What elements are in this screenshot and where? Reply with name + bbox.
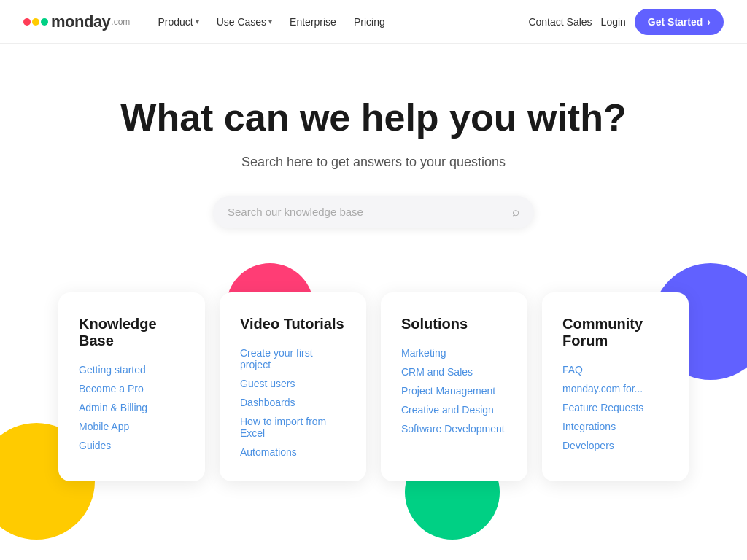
nav-pricing[interactable]: Pricing <box>347 12 392 32</box>
nav-right: Contact Sales Login Get Started › <box>528 9 724 35</box>
nav-product[interactable]: Product ▾ <box>150 12 206 32</box>
nav-links: Product ▾ Use Cases ▾ Enterprise Pricing <box>150 12 528 32</box>
card-1-link-2[interactable]: Dashboards <box>240 397 346 408</box>
login-link[interactable]: Login <box>601 16 626 28</box>
nav-use-cases[interactable]: Use Cases ▾ <box>209 12 279 32</box>
arrow-icon: › <box>707 16 711 28</box>
card-3: Community ForumFAQmonday.com for...Featu… <box>542 292 689 481</box>
logo[interactable]: monday.com <box>23 12 130 31</box>
card-3-links: FAQmonday.com for...Feature RequestsInte… <box>562 364 668 451</box>
card-0-link-1[interactable]: Become a Pro <box>79 383 185 394</box>
contact-sales-link[interactable]: Contact Sales <box>528 16 592 28</box>
chevron-down-icon: ▾ <box>268 18 272 26</box>
card-0-link-3[interactable]: Mobile App <box>79 421 185 432</box>
search-box: ⌕ <box>213 196 534 228</box>
hero-title: What can we help you with? <box>23 96 724 140</box>
get-started-button[interactable]: Get Started › <box>635 9 724 35</box>
logo-dot-green <box>41 18 48 26</box>
logo-dot-red <box>23 18 31 26</box>
chevron-down-icon: ▾ <box>196 18 199 26</box>
card-2-link-2[interactable]: Project Management <box>401 385 507 397</box>
logo-com: .com <box>111 17 130 27</box>
card-0-title: Knowledge Base <box>79 316 185 349</box>
card-0: Knowledge BaseGetting startedBecome a Pr… <box>58 292 205 481</box>
card-2-link-3[interactable]: Creative and Design <box>401 404 507 416</box>
card-2-link-1[interactable]: CRM and Sales <box>401 366 507 378</box>
card-3-link-2[interactable]: Feature Requests <box>562 402 668 413</box>
search-wrapper: ⌕ <box>23 196 724 228</box>
card-0-link-0[interactable]: Getting started <box>79 364 185 376</box>
search-input[interactable] <box>228 206 512 218</box>
navbar: monday.com Product ▾ Use Cases ▾ Enterpr… <box>0 0 747 44</box>
card-1-links: Create your first projectGuest usersDash… <box>240 347 346 458</box>
card-0-links: Getting startedBecome a ProAdmin & Billi… <box>79 364 185 451</box>
search-icon: ⌕ <box>512 205 519 219</box>
card-1-title: Video Tutorials <box>240 316 346 332</box>
card-1-link-3[interactable]: How to import from Excel <box>240 416 346 439</box>
card-2-links: MarketingCRM and SalesProject Management… <box>401 347 507 435</box>
card-1: Video TutorialsCreate your first project… <box>220 292 366 481</box>
nav-enterprise[interactable]: Enterprise <box>282 12 344 32</box>
card-2-link-0[interactable]: Marketing <box>401 347 507 359</box>
card-3-link-4[interactable]: Developers <box>562 440 668 451</box>
card-3-link-3[interactable]: Integrations <box>562 421 668 432</box>
hero-section: What can we help you with? Search here t… <box>0 44 747 263</box>
hero-subtitle: Search here to get answers to your quest… <box>23 155 724 170</box>
card-0-link-2[interactable]: Admin & Billing <box>79 402 185 413</box>
card-2: SolutionsMarketingCRM and SalesProject M… <box>381 292 527 481</box>
logo-dot-yellow <box>32 18 39 26</box>
card-1-link-1[interactable]: Guest users <box>240 378 346 389</box>
card-2-title: Solutions <box>401 316 507 332</box>
card-3-link-1[interactable]: monday.com for... <box>562 383 668 394</box>
card-2-link-4[interactable]: Software Development <box>401 423 507 435</box>
card-0-link-4[interactable]: Guides <box>79 440 185 451</box>
card-3-title: Community Forum <box>562 316 668 349</box>
logo-name: monday <box>51 12 110 31</box>
cards-section: Knowledge BaseGetting startedBecome a Pr… <box>0 263 747 540</box>
card-1-link-4[interactable]: Automations <box>240 446 346 458</box>
logo-mark <box>23 18 48 26</box>
card-3-link-0[interactable]: FAQ <box>562 364 668 376</box>
card-1-link-0[interactable]: Create your first project <box>240 347 346 370</box>
cards-grid: Knowledge BaseGetting startedBecome a Pr… <box>58 292 689 481</box>
